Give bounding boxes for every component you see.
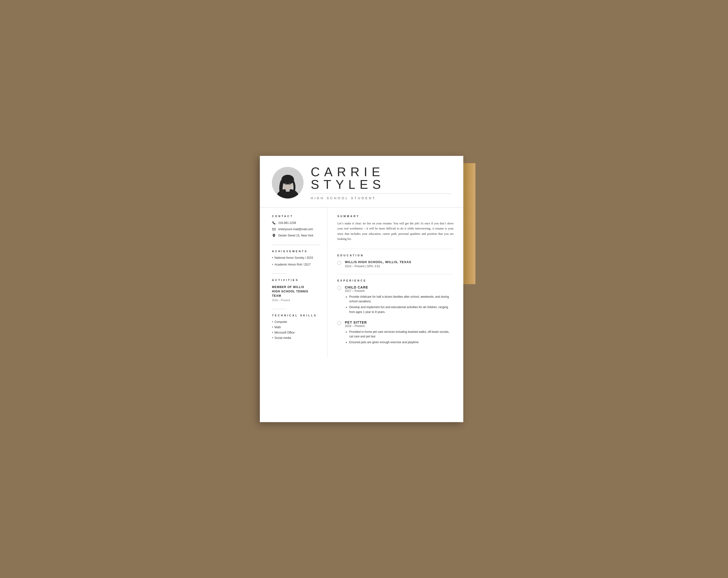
header-divider [311,194,451,194]
email-icon [272,227,276,231]
candidate-name: CARRIE STYLES [311,166,451,191]
education-timeline-dot [337,261,341,265]
exp-title-1: CHILD CARE [345,285,453,289]
summary-divider [337,249,453,249]
school-name: WILLIS HIGH SCHOOL, WILLIS, TEXAS [345,260,411,264]
exp-date-2: 2016 – Present [345,324,453,328]
summary-section: SUMMARY Let`s make it clear: no lies on … [337,215,453,242]
exp-title-2: PET SITTER [345,321,453,324]
activity-org-name: MEMBER OF WILLISHIGH SCHOOL TENNIS TEAM [272,285,318,298]
contact-section-divider [272,245,320,245]
svg-point-5 [285,183,287,185]
resume-header: CARRIE STYLES HIGH SCHOOL STUDENT [260,156,463,208]
skill-bullet-3: • [272,331,273,334]
skill-item-2: • Math [272,326,318,329]
experience-entry-1: CHILD CARE 2017 – Present Provide childc… [337,285,453,315]
contact-section: CONTACT 234.981.2238 [272,215,318,238]
street-address: Dexter Street 15, New York [278,234,313,237]
left-column: CONTACT 234.981.2238 [260,208,328,358]
activities-section: ACTIVITIES MEMBER OF WILLISHIGH SCHOOL T… [272,279,318,302]
achievements-section-title: ACHIEVEMENTS [272,250,318,253]
contact-email-item: enteryoure-mail@mail.com [272,227,318,231]
skill-bullet-4: • [272,336,273,339]
contact-section-title: CONTACT [272,215,318,218]
activities-section-title: ACTIVITIES [272,279,318,281]
phone-number: 234.981.2238 [278,221,296,225]
email-address: enteryoure-mail@mail.com [278,227,313,231]
activity-date: 2016 – Present [272,299,318,302]
education-section: EDUCATION WILLIS HIGH SCHOOL, WILLIS, TE… [337,254,453,268]
right-column: SUMMARY Let`s make it clear: no lies on … [328,208,463,358]
bullet-1: • [272,256,273,259]
exp-bullet-1-1: Provide childcare for half a dozen famil… [349,295,453,304]
achievements-section: ACHIEVEMENTS • National Honor Society / … [272,250,318,266]
skill-text-2: Math [275,326,281,329]
skill-item-4: • Social media [272,336,318,339]
experience-section: EXPERIENCE CHILD CARE 2017 – Present Pro… [337,279,453,346]
skill-text-1: Computer [275,320,287,324]
resume-body: CONTACT 234.981.2238 [260,208,463,358]
achievement-item-2: • Academic Honor Roll / 2017 [272,263,318,266]
bullet-2: • [272,263,273,266]
education-entry: WILLIS HIGH SCHOOL, WILLIS, TEXAS 2014 –… [337,260,453,268]
exp-content-1: CHILD CARE 2017 – Present Provide childc… [345,285,453,315]
summary-text: Let`s make it clear: no lies on your res… [337,221,453,242]
location-icon [272,233,276,238]
exp-timeline-dot-1 [337,286,341,290]
school-detail: 2014 – Present | GPA: 3.81 [345,265,411,268]
profile-svg [272,167,304,198]
svg-point-6 [289,183,291,185]
education-content: WILLIS HIGH SCHOOL, WILLIS, TEXAS 2014 –… [345,260,411,268]
exp-timeline-dot-2 [337,321,341,325]
skill-item-1: • Computer [272,320,318,324]
exp-bullets-2: Provided in-home pet care services inclu… [345,330,453,345]
exp-bullet-1-2: Develop and implement fun and educationa… [349,305,453,314]
achievement-text-1: National Honor Society / 2015 [275,256,313,259]
exp-content-2: PET SITTER 2016 – Present Provided in-ho… [345,321,453,346]
education-divider [337,274,453,274]
page-wrapper: CARRIE STYLES HIGH SCHOOL STUDENT CONTAC… [260,156,468,422]
summary-section-title: SUMMARY [337,215,453,218]
skill-item-3: • Microsoft Office [272,331,318,334]
skill-text-3: Microsoft Office [275,331,294,334]
profile-photo [272,167,304,198]
technical-skills-section: TECHNICAL SKILLS • Computer • Math • Mic… [272,314,318,339]
skill-bullet-2: • [272,326,273,329]
header-text-block: CARRIE STYLES HIGH SCHOOL STUDENT [311,166,451,200]
skills-section-title: TECHNICAL SKILLS [272,314,318,317]
achievement-text-2: Academic Honor Roll / 2017 [275,263,310,266]
skill-bullet-1: • [272,320,273,324]
exp-bullet-2-2: Ensured pets are given enough exercise a… [349,340,453,345]
svg-point-8 [274,235,275,236]
skill-text-4: Social media [275,336,291,339]
exp-date-1: 2017 – Present [345,289,453,293]
resume-document: CARRIE STYLES HIGH SCHOOL STUDENT CONTAC… [260,156,463,422]
exp-bullets-1: Provide childcare for half a dozen famil… [345,295,453,314]
education-section-title: EDUCATION [337,254,453,257]
phone-icon [272,221,276,225]
contact-phone-item: 234.981.2238 [272,221,318,225]
candidate-job-title: HIGH SCHOOL STUDENT [311,196,451,200]
exp-bullet-2-1: Provided in-home pet care services inclu… [349,330,453,339]
experience-entry-2: PET SITTER 2016 – Present Provided in-ho… [337,321,453,346]
achievement-item-1: • National Honor Society / 2015 [272,256,318,259]
experience-section-title: EXPERIENCE [337,279,453,282]
contact-address-item: Dexter Street 15, New York [272,233,318,238]
activities-section-divider [272,309,286,309]
